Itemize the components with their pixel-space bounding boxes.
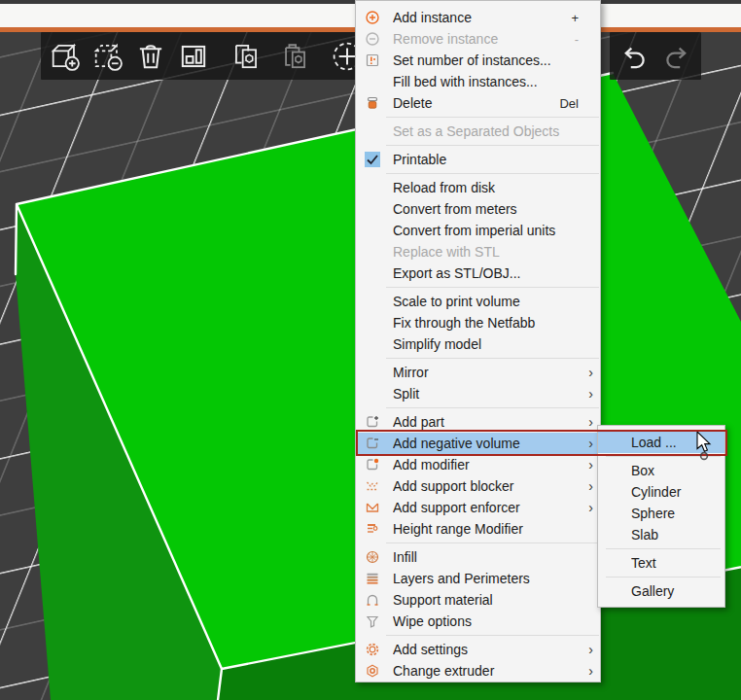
menu-item-set-as-separated-objects[interactable]: Set as a Separated Objects [356, 121, 600, 142]
menu-item-add-support-enforcer[interactable]: Add support enforcer › [356, 497, 600, 518]
delete-all-icon [132, 38, 169, 75]
paste-button[interactable] [274, 36, 315, 77]
menu-item-label: Delete [393, 95, 559, 111]
empty-icon-slot [364, 180, 381, 195]
menu-item-fill-bed[interactable]: Fill bed with instances... [356, 71, 600, 92]
empty-icon-slot [364, 315, 381, 331]
support-enforcer-icon [364, 500, 381, 515]
delete-bucket-icon [364, 95, 381, 111]
menu-item-height-range-modifier[interactable]: Height range Modifier [356, 518, 600, 540]
menu-item-label: Replace with STL [393, 244, 600, 260]
menu-item-remove-instance[interactable]: Remove instance - [356, 28, 600, 50]
menu-item-add-modifier[interactable]: Add modifier › [356, 454, 600, 475]
menu-item-label: Infill [393, 549, 600, 565]
arrange-icon [175, 38, 212, 75]
menu-item-add-negative-volume[interactable]: Add negative volume › [356, 433, 600, 454]
empty-icon-slot [364, 244, 381, 260]
menu-item-label: Simplify model [393, 336, 600, 352]
object-toolbar [41, 32, 389, 80]
menu-separator [606, 456, 721, 457]
submenu-arrow-icon: › [588, 501, 593, 514]
paste-icon [276, 38, 313, 75]
menu-item-label: Split [393, 386, 588, 402]
arrange-button[interactable] [173, 36, 214, 77]
menu-item-add-instance[interactable]: Add instance + [356, 7, 600, 28]
menu-item-shortcut: - [575, 32, 579, 47]
submenu-item-label: Sphere [631, 506, 724, 521]
submenu-item-load[interactable]: Load ... [598, 432, 724, 453]
add-negative-volume-submenu: Load ... Box Cylinder Sphere Slab Text G… [597, 425, 725, 608]
menu-item-add-settings[interactable]: Add settings › [356, 639, 600, 660]
menu-item-change-extruder[interactable]: Change extruder › [356, 660, 600, 682]
menu-item-label: Add part [393, 414, 588, 430]
menu-item-convert-from-imperial-units[interactable]: Convert from imperial units [356, 220, 600, 241]
prusaslicer-window: Add instance + Remove instance - Set num… [0, 0, 741, 700]
circle-minus-icon [364, 31, 381, 47]
copy-button[interactable] [226, 36, 266, 77]
menu-item-export-as-stl-obj[interactable]: Export as STL/OBJ... [356, 262, 600, 284]
submenu-item-text[interactable]: Text [598, 552, 724, 574]
menu-item-label: Fill bed with instances... [393, 74, 600, 89]
gear-icon [364, 642, 381, 657]
menu-item-set-number-of-instances[interactable]: Set number of instances... [356, 50, 600, 71]
menu-item-label: Add support enforcer [393, 500, 588, 515]
menu-item-label: Add support blocker [393, 478, 588, 494]
add-object-button[interactable] [45, 36, 86, 77]
empty-icon-slot [364, 336, 381, 352]
submenu-item-gallery[interactable]: Gallery [598, 580, 724, 602]
menu-item-infill[interactable]: Infill [356, 546, 600, 568]
delete-all-button[interactable] [130, 36, 171, 77]
submenu-item-label: Box [631, 463, 724, 478]
redo-button[interactable] [657, 36, 698, 77]
support-material-icon [364, 592, 381, 608]
submenu-arrow-icon: › [588, 415, 593, 429]
menu-item-simplify-model[interactable]: Simplify model [356, 333, 600, 355]
remove-object-button[interactable] [88, 36, 128, 77]
menu-item-scale-to-print-volume[interactable]: Scale to print volume [356, 291, 600, 312]
layers-icon [364, 571, 381, 586]
menu-item-replace-with-stl[interactable]: Replace with STL [356, 241, 600, 262]
menu-item-fix-through-netfabb[interactable]: Fix through the Netfabb [356, 312, 600, 333]
empty-icon-slot [364, 201, 381, 217]
menu-item-label: Reload from disk [393, 180, 600, 195]
submenu-item-box[interactable]: Box [598, 460, 724, 481]
menu-item-support-material[interactable]: Support material [356, 589, 600, 611]
menu-item-label: Convert from imperial units [393, 223, 600, 238]
submenu-item-label: Gallery [631, 583, 724, 599]
object-context-menu: Add instance + Remove instance - Set num… [355, 0, 601, 682]
menu-item-shortcut: Del [559, 96, 579, 111]
menu-item-label: Export as STL/OBJ... [393, 265, 600, 281]
add-object-icon [47, 38, 84, 75]
menu-item-split[interactable]: Split › [356, 383, 600, 404]
menu-item-delete[interactable]: Delete Del [356, 92, 600, 114]
menu-item-add-part[interactable]: Add part › [356, 411, 600, 433]
menu-item-wipe-options[interactable]: Wipe options [356, 611, 600, 632]
support-blocker-icon [364, 478, 381, 494]
menu-item-convert-from-meters[interactable]: Convert from meters [356, 198, 600, 220]
menu-item-add-support-blocker[interactable]: Add support blocker › [356, 475, 600, 497]
menu-item-label: Fix through the Netfabb [393, 315, 600, 331]
submenu-item-slab[interactable]: Slab [598, 524, 724, 545]
menu-item-mirror[interactable]: Mirror › [356, 362, 600, 383]
menu-separator [606, 548, 721, 549]
submenu-item-sphere[interactable]: Sphere [598, 503, 724, 524]
menu-item-printable[interactable]: Printable [356, 149, 600, 170]
menu-separator [386, 145, 599, 146]
empty-icon-slot [364, 365, 381, 380]
undo-button[interactable] [613, 36, 653, 77]
menu-separator [386, 407, 599, 408]
extruder-icon [364, 663, 381, 679]
wipe-options-icon [364, 613, 381, 629]
submenu-item-cylinder[interactable]: Cylinder [598, 481, 724, 503]
submenu-arrow-icon: › [588, 437, 593, 450]
menu-separator [386, 542, 599, 543]
menu-item-label: Scale to print volume [393, 294, 600, 309]
menu-item-label: Set number of instances... [393, 52, 600, 68]
menu-item-layers-and-perimeters[interactable]: Layers and Perimeters [356, 568, 600, 589]
menu-item-label: Support material [393, 592, 600, 608]
cube-plus-icon [364, 414, 381, 430]
menu-item-reload-from-disk[interactable]: Reload from disk [356, 177, 600, 198]
empty-icon-slot [364, 386, 381, 402]
menu-item-label: Convert from meters [393, 201, 600, 217]
submenu-arrow-icon: › [588, 458, 593, 472]
